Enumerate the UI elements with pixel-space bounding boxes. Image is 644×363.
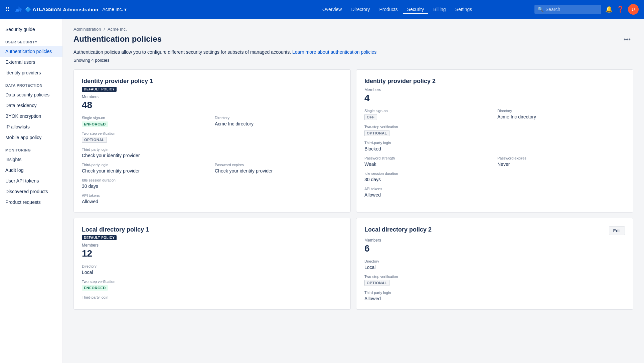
- nav-link-products[interactable]: Products: [375, 5, 401, 14]
- field-api-tokens-2: API tokens Allowed: [364, 187, 625, 198]
- members-count-1: 48: [82, 100, 342, 110]
- more-options-button[interactable]: •••: [621, 34, 633, 45]
- sidebar-item-auth-policies[interactable]: Authentication policies: [0, 46, 62, 57]
- policy-card-2: Identity provider policy 2 Members 4 Sin…: [356, 69, 633, 213]
- card-title-2[interactable]: Identity provider policy 2: [364, 78, 436, 85]
- search-icon: 🔍: [538, 7, 543, 12]
- card-fields-1: Single sign-on ENFORCED Directory Acme I…: [82, 116, 342, 204]
- 2sv-badge-2: OPTIONAL: [364, 130, 389, 136]
- field-tpl-4: Third-party login Allowed: [364, 291, 625, 301]
- sidebar-item-data-residency[interactable]: Data residency: [0, 100, 62, 111]
- card-fields-3: Directory Local Two-step verification EN…: [82, 264, 342, 301]
- chevron-down-icon: ▾: [124, 7, 127, 12]
- sidebar-section-monitoring: MONITORING: [0, 143, 62, 154]
- directory-value-1: Acme Inc directory: [215, 121, 342, 126]
- nav-link-settings[interactable]: Settings: [451, 5, 476, 14]
- field-pw-strength-2: Password strength Weak: [364, 156, 492, 167]
- nav-link-billing[interactable]: Billing: [429, 5, 450, 14]
- field-tpl-3: Third-party login: [82, 295, 342, 301]
- policy-card-3: Local directory policy 1 DEFAULT POLICY …: [73, 218, 351, 310]
- card-header-1: Identity provider policy 1 DEFAULT POLIC…: [82, 78, 342, 92]
- field-pw-expires-1: Password expires Check your identity pro…: [215, 163, 342, 173]
- field-directory-2: Directory Acme Inc directory: [497, 109, 625, 120]
- breadcrumb-org[interactable]: Acme Inc.: [108, 27, 127, 32]
- field-sso-1: Single sign-on ENFORCED: [82, 116, 209, 127]
- members-count-4: 6: [364, 243, 625, 254]
- field-idle-2: Idle session duration 30 days: [364, 171, 625, 182]
- sidebar-item-mobile-app[interactable]: Mobile app policy: [0, 132, 62, 143]
- default-badge-1: DEFAULT POLICY: [82, 87, 117, 92]
- default-badge-3: DEFAULT POLICY: [82, 235, 117, 240]
- sidebar-item-insights[interactable]: Insights: [0, 154, 62, 165]
- sidebar-item-user-api-tokens[interactable]: User API tokens: [0, 175, 62, 186]
- sidebar-item-discovered-products[interactable]: Discovered products: [0, 186, 62, 197]
- nav-link-overview[interactable]: Overview: [318, 5, 346, 14]
- members-label-2: Members: [364, 87, 625, 92]
- 2sv-badge-3: ENFORCED: [82, 285, 108, 291]
- members-count-2: 4: [364, 93, 625, 103]
- card-title-3[interactable]: Local directory policy 1: [82, 226, 149, 233]
- nav-link-directory[interactable]: Directory: [347, 5, 374, 14]
- field-2sv-2: Two-step verification OPTIONAL: [364, 125, 492, 136]
- field-2sv-4: Two-step verification OPTIONAL: [364, 275, 625, 286]
- card-title-1[interactable]: Identity provider policy 1: [82, 78, 153, 85]
- breadcrumb-administration[interactable]: Administration: [73, 27, 101, 32]
- field-idle-1: Idle session duration 30 days: [82, 178, 342, 189]
- card-title-group-1: Identity provider policy 1 DEFAULT POLIC…: [82, 78, 153, 92]
- atlassian-text: 🔷 ATLASSIAN: [25, 6, 61, 12]
- nav-link-security[interactable]: Security: [403, 5, 428, 14]
- field-sso-2: Single sign-on OFF: [364, 109, 492, 120]
- sidebar-item-audit-log[interactable]: Audit log: [0, 165, 62, 175]
- field-tpl2-1: Third-party login Check your identity pr…: [82, 163, 209, 173]
- help-button[interactable]: ❓: [617, 6, 624, 13]
- field-empty-1: [215, 131, 342, 143]
- breadcrumb-separator: /: [104, 27, 105, 32]
- card-header-4: Local directory policy 2 Edit: [364, 226, 625, 235]
- atlassian-logo[interactable]: 🔷 ATLASSIAN Administration: [14, 5, 98, 14]
- policies-grid: Identity provider policy 1 DEFAULT POLIC…: [73, 69, 633, 310]
- field-2sv-1: Two-step verification OPTIONAL: [82, 131, 209, 143]
- card-fields-4: Directory Local Two-step verification OP…: [364, 259, 625, 301]
- policy-card-1: Identity provider policy 1 DEFAULT POLIC…: [73, 69, 351, 213]
- page-layout: Security guide USER SECURITY Authenticat…: [0, 19, 644, 363]
- sidebar-item-product-requests[interactable]: Product requests: [0, 197, 62, 208]
- sidebar-item-data-security[interactable]: Data security policies: [0, 89, 62, 100]
- sidebar-section-data-protection: DATA PROTECTION: [0, 78, 62, 89]
- nav-org-selector[interactable]: Acme Inc. ▾: [102, 7, 314, 12]
- edit-button-4[interactable]: Edit: [609, 226, 625, 235]
- sidebar-item-security-guide[interactable]: Security guide: [0, 24, 62, 35]
- sidebar-item-ip-allowlists[interactable]: IP allowlists: [0, 121, 62, 132]
- learn-more-link[interactable]: Learn more about authentication policies: [292, 49, 376, 55]
- org-selector[interactable]: Acme Inc. ▾: [102, 7, 127, 12]
- user-avatar[interactable]: U: [628, 4, 639, 15]
- search-box[interactable]: 🔍: [534, 5, 601, 14]
- sidebar-item-byok[interactable]: BYOK encryption: [0, 111, 62, 121]
- atlassian-logo-icon: [14, 5, 23, 14]
- search-input[interactable]: [545, 7, 598, 12]
- notifications-button[interactable]: 🔔: [605, 6, 613, 13]
- field-pw-expires-2: Password expires Never: [497, 156, 625, 167]
- sidebar: Security guide USER SECURITY Authenticat…: [0, 19, 63, 363]
- page-header: Authentication policies •••: [73, 34, 633, 45]
- card-title-group-2: Identity provider policy 2: [364, 78, 436, 85]
- showing-count: Showing 4 policies: [73, 58, 633, 63]
- main-content: Administration / Acme Inc. Authenticatio…: [63, 19, 644, 363]
- card-header-3: Local directory policy 1 DEFAULT POLICY: [82, 226, 342, 240]
- field-2sv-3: Two-step verification ENFORCED: [82, 280, 342, 291]
- sidebar-item-external-users[interactable]: External users: [0, 57, 62, 67]
- card-header-2: Identity provider policy 2: [364, 78, 625, 85]
- policy-card-4: Local directory policy 2 Edit Members 6 …: [356, 218, 633, 310]
- sidebar-section-user-security: USER SECURITY: [0, 35, 62, 46]
- card-title-4[interactable]: Local directory policy 2: [364, 226, 432, 233]
- members-label-1: Members: [82, 94, 342, 99]
- sidebar-item-identity-providers[interactable]: Identity providers: [0, 67, 62, 78]
- members-count-3: 12: [82, 248, 342, 259]
- card-title-group-4: Local directory policy 2: [364, 226, 432, 233]
- field-empty-2: [497, 125, 625, 136]
- admin-label: Administration: [63, 7, 98, 12]
- 2sv-badge-1: OPTIONAL: [82, 137, 107, 143]
- grid-icon[interactable]: ⠿: [5, 6, 10, 13]
- field-directory-3: Directory Local: [82, 264, 342, 275]
- card-fields-2: Single sign-on OFF Directory Acme Inc di…: [364, 109, 625, 198]
- field-empty2-1: [215, 147, 342, 158]
